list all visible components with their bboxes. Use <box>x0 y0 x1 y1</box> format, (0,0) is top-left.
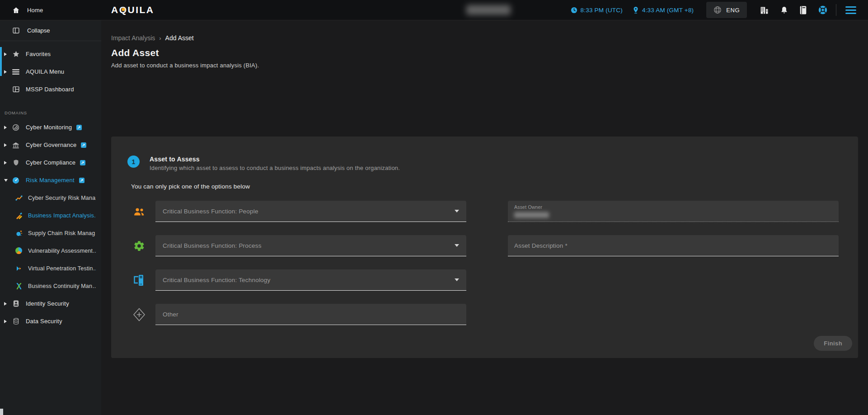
language-code: ENG <box>726 7 740 14</box>
page-subtitle: Add asset to conduct a business impact a… <box>111 62 868 69</box>
step-description: Identifying which asset to assess to con… <box>150 165 400 171</box>
main-menu-icon[interactable] <box>845 6 856 14</box>
logo-q-eye: Q <box>119 5 128 15</box>
expand-arrow-icon[interactable] <box>4 161 7 165</box>
redacted-tenant-name <box>466 5 511 15</box>
sidebar-item-home[interactable]: Home <box>0 0 101 20</box>
organization-icon[interactable] <box>760 5 769 15</box>
sidebar-item-favorites[interactable]: Favorites <box>0 45 101 63</box>
expand-arrow-icon[interactable] <box>4 126 7 129</box>
external-link-icon[interactable] <box>79 178 84 183</box>
sidebar-scrollbar-thumb[interactable] <box>0 47 2 76</box>
diamond-plus-icon <box>131 307 147 322</box>
external-link-icon[interactable] <box>80 160 85 165</box>
sidebar-item-cyber-compliance[interactable]: Cyber Compliance <box>0 154 101 171</box>
sidebar-item-cyber-security-risk-management[interactable]: Cyber Security Risk Mana… <box>0 189 101 207</box>
main-content: Impact Analysis › Add Asset Add Asset Ad… <box>101 20 868 415</box>
single-choice-note: You can only pick one of the options bel… <box>131 183 250 190</box>
breadcrumb-add-asset: Add Asset <box>165 34 194 42</box>
asset-owner-field[interactable]: Asset Owner <box>508 201 839 222</box>
expand-arrow-icon[interactable] <box>4 302 7 306</box>
continuity-x-icon <box>15 283 23 290</box>
page-title: Add Asset <box>111 47 868 58</box>
sidebar-item-business-impact-analysis[interactable]: Business Impact Analysis… <box>0 207 101 224</box>
expand-arrow-icon[interactable] <box>4 143 7 147</box>
sidebar-item-mssp-dashboard[interactable]: MSSP Dashboard <box>0 80 101 98</box>
menu-lines-icon <box>11 69 21 75</box>
sidebar-item-supply-chain-risk-management[interactable]: Supply Chain Risk Manag… <box>0 224 101 242</box>
option-row-people: Critical Business Function: People <box>127 201 466 222</box>
step-header: 1 Asset to Assess Identifying which asse… <box>127 156 400 171</box>
radar-icon <box>11 123 21 132</box>
step-title: Asset to Assess <box>150 156 400 163</box>
cbf-process-select[interactable]: Critical Business Function: Process <box>155 235 466 256</box>
database-icon <box>11 317 21 325</box>
sidebar-item-aquila-menu[interactable]: AQUILA Menu <box>0 63 101 80</box>
notifications-bell-icon[interactable] <box>780 5 788 15</box>
topbar: Home AQUILA 8:33 PM (UTC) 4:33 AM (GMT +… <box>0 0 868 20</box>
asset-to-assess-card: 1 Asset to Assess Identifying which asse… <box>111 137 858 358</box>
documentation-book-icon[interactable] <box>799 5 807 15</box>
finish-button[interactable]: Finish <box>814 336 852 351</box>
supply-chain-icon <box>15 230 23 237</box>
sidebar-collapse-button[interactable]: Collapse <box>0 20 101 41</box>
external-link-icon[interactable] <box>76 125 82 130</box>
redacted-asset-owner-value <box>514 212 549 218</box>
external-link-icon[interactable] <box>81 142 86 148</box>
option-row-other: Other <box>127 304 466 325</box>
devices-icon <box>131 274 147 287</box>
support-icon[interactable] <box>818 5 828 15</box>
pentest-arrows-icon <box>15 265 23 272</box>
option-row-technology: Critical Business Function: Technology <box>127 269 466 291</box>
language-selector[interactable]: ENG <box>706 2 747 18</box>
risk-chart-icon <box>15 194 23 202</box>
sidebar-item-risk-management[interactable]: Risk Management <box>0 171 101 189</box>
dashboard-grid-icon <box>11 85 21 93</box>
expand-arrow-icon[interactable] <box>4 320 7 323</box>
utc-time: 8:33 PM (UTC) <box>571 7 623 14</box>
sidebar: Collapse Favorites AQUILA Menu MSSP Dash… <box>0 20 101 415</box>
aquila-logo[interactable]: AQUILA <box>111 5 155 15</box>
cbf-people-select[interactable]: Critical Business Function: People <box>155 201 466 222</box>
risk-gauge-icon <box>11 176 21 184</box>
asset-details-column: Asset Owner Asset Description * <box>508 201 839 256</box>
sidebar-item-virtual-penetration-testing[interactable]: Virtual Penetration Testin… <box>0 259 101 277</box>
collapse-panel-icon <box>12 27 20 34</box>
topbar-divider <box>836 4 836 16</box>
sidebar-scrollbar-corner <box>0 409 3 415</box>
asset-description-placeholder: Asset Description * <box>514 242 568 249</box>
asset-description-field[interactable]: Asset Description * <box>508 235 839 256</box>
sidebar-item-business-continuity-management[interactable]: Business Continuity Man… <box>0 277 101 295</box>
topbar-actions: 8:33 PM (UTC) 4:33 AM (GMT +8) ENG <box>571 2 868 18</box>
sidebar-item-cyber-monitoring[interactable]: Cyber Monitoring <box>0 118 101 136</box>
sidebar-item-identity-security[interactable]: Identity Security <box>0 295 101 312</box>
chevron-down-icon <box>455 244 459 247</box>
home-icon <box>12 6 20 14</box>
gear-icon <box>131 240 147 252</box>
asset-options-column: Critical Business Function: People Criti… <box>127 201 466 338</box>
location-pin-icon <box>633 6 639 14</box>
asset-owner-label: Asset Owner <box>514 204 832 210</box>
globe-icon <box>713 6 722 14</box>
sidebar-item-vulnerability-assessment[interactable]: Vulnerability Assessment… <box>0 242 101 259</box>
id-badge-icon <box>11 300 21 307</box>
collapse-arrow-icon[interactable] <box>4 179 8 182</box>
sidebar-nav: Favorites AQUILA Menu MSSP Dashboard DOM… <box>0 41 101 330</box>
chevron-down-icon <box>455 210 459 212</box>
people-icon <box>131 206 147 217</box>
home-label: Home <box>27 7 43 14</box>
cbf-technology-select[interactable]: Critical Business Function: Technology <box>155 269 466 291</box>
pie-chart-icon <box>15 247 23 254</box>
sidebar-item-data-security[interactable]: Data Security <box>0 312 101 330</box>
collapse-label: Collapse <box>27 27 50 34</box>
bia-stripes-icon <box>15 212 23 219</box>
expand-arrow-icon[interactable] <box>4 52 7 56</box>
sidebar-item-cyber-governance[interactable]: Cyber Governance <box>0 136 101 154</box>
breadcrumb: Impact Analysis › Add Asset <box>111 34 868 42</box>
local-time: 4:33 AM (GMT +8) <box>633 6 694 14</box>
other-asset-input[interactable]: Other <box>155 304 466 325</box>
option-row-process: Critical Business Function: Process <box>127 235 466 256</box>
breadcrumb-impact-analysis[interactable]: Impact Analysis <box>111 34 155 42</box>
chevron-down-icon <box>455 278 459 281</box>
expand-arrow-icon[interactable] <box>4 70 7 74</box>
